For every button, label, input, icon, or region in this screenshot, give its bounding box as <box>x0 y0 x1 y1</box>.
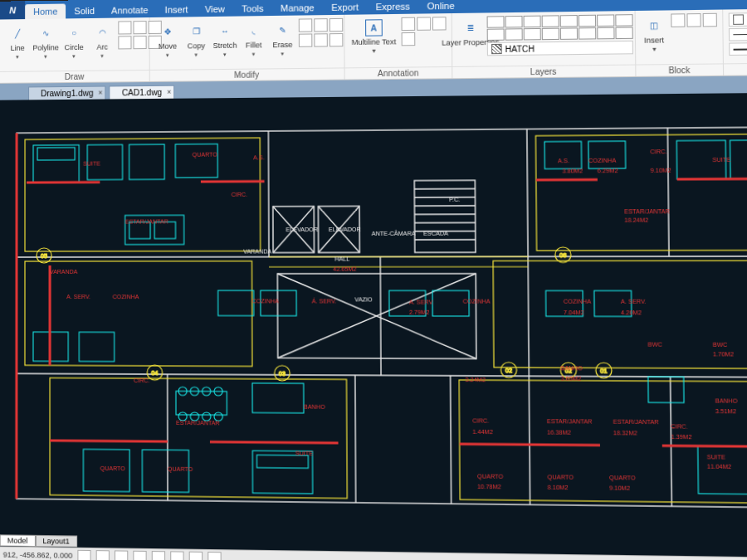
room-label: COZINHA <box>564 299 592 304</box>
menu-tab-export[interactable]: Export <box>323 0 367 15</box>
modify-fillet-button[interactable]: ◟Fillet▾ <box>241 19 266 60</box>
layer-cell[interactable] <box>560 15 578 27</box>
multiline-text-button[interactable]: A Multiline Text ▼ <box>349 17 398 56</box>
layer-cell[interactable] <box>579 27 596 40</box>
polar-toggle[interactable] <box>133 550 146 560</box>
block-attr-button[interactable] <box>702 13 716 27</box>
layer-cell[interactable] <box>597 14 614 27</box>
model-toggle[interactable] <box>208 552 221 560</box>
menu-tab-annotate[interactable]: Annotate <box>103 2 157 18</box>
layer-cell[interactable] <box>542 28 559 41</box>
layout-tab-model[interactable]: Model <box>0 534 35 547</box>
area-label: 3.65M2 <box>560 375 581 381</box>
layer-properties-button[interactable]: ≣ Layer Properties <box>457 17 484 49</box>
area-label: 11.04M2 <box>707 464 732 470</box>
snap-toggle[interactable] <box>77 549 90 560</box>
otrack-toggle[interactable] <box>170 551 183 560</box>
draw-mini-button[interactable] <box>118 21 131 34</box>
draw-line-button[interactable]: ╱Line▾ <box>5 22 30 62</box>
layer-cell[interactable] <box>486 16 504 28</box>
area-label: 2.79M2 <box>409 309 430 315</box>
modify-move-button[interactable]: ✥Move▾ <box>155 21 180 61</box>
hatch-dropdown[interactable]: HATCH <box>487 41 633 56</box>
room-label: ESTAR/JANTAR <box>613 419 659 426</box>
layer-cell[interactable] <box>505 16 522 28</box>
linetype-bylayer-dropdown[interactable]: ByLayer <box>729 27 747 41</box>
close-tab-icon[interactable]: × <box>98 89 102 97</box>
layer-cell[interactable] <box>579 15 596 27</box>
room-label: BANHO <box>715 397 739 403</box>
area-label: 3.24M2 <box>465 377 486 382</box>
layer-cell[interactable] <box>560 27 578 40</box>
menu-tab-view[interactable]: View <box>197 2 233 17</box>
draw-arc-button[interactable]: ◠Arc▾ <box>90 22 115 61</box>
menu-tab-solid[interactable]: Solid <box>66 3 103 19</box>
osnap-toggle[interactable] <box>152 551 165 560</box>
modify-mini-button[interactable] <box>314 33 328 46</box>
modify-mini-button[interactable] <box>299 33 312 46</box>
layer-cell[interactable] <box>524 28 541 41</box>
draw-mini-button[interactable] <box>133 36 146 49</box>
lwt-toggle[interactable] <box>189 551 203 560</box>
menu-tab-insert[interactable]: Insert <box>157 2 197 17</box>
layout-tab-layout1[interactable]: Layout1 <box>35 535 76 548</box>
common-area-label: ELEVADOR <box>286 226 318 232</box>
panel-annotation: A Multiline Text ▼ Annotation <box>344 13 452 80</box>
menu-tab-express[interactable]: Express <box>367 0 418 14</box>
drawing-canvas[interactable]: 05 02 02 01 04 03 06 <box>0 93 747 558</box>
menu-tab-home[interactable]: Home <box>25 4 66 20</box>
svg-rect-54 <box>175 144 217 178</box>
layer-cell[interactable] <box>487 28 505 41</box>
layer-cell[interactable] <box>615 14 632 27</box>
modify-copy-button[interactable]: ❐Copy▾ <box>183 20 209 60</box>
leader-button[interactable] <box>432 17 447 30</box>
modify-mini-button[interactable] <box>314 18 328 32</box>
dim-aligned-button[interactable] <box>417 17 431 30</box>
modify-mini-button[interactable] <box>330 18 344 32</box>
svg-line-3 <box>268 131 269 257</box>
document-tab[interactable]: CAD1.dwg× <box>110 85 175 100</box>
svg-rect-59 <box>79 332 114 361</box>
annotation-small-tools <box>401 17 446 46</box>
document-tab[interactable]: Drawing1.dwg× <box>28 86 106 100</box>
room-label: CIRC. <box>232 192 248 197</box>
block-create-button[interactable] <box>671 13 685 27</box>
panel-title-modify: Modify <box>150 67 344 81</box>
draw-polyline-button[interactable]: ∿Polyline▾ <box>33 22 58 62</box>
menu-tab-tools[interactable]: Tools <box>233 1 272 17</box>
layer-cell[interactable] <box>597 27 614 40</box>
block-edit-button[interactable] <box>686 13 701 27</box>
modify-stretch-button[interactable]: ↔Stretch▾ <box>212 20 238 61</box>
draw-mini-button[interactable] <box>133 21 146 34</box>
table-button[interactable] <box>401 32 415 46</box>
color-bylayer-dropdown[interactable]: ByLayer <box>729 12 747 27</box>
layer-cell[interactable] <box>615 27 632 39</box>
layer-cell[interactable] <box>523 16 540 28</box>
ortho-toggle[interactable] <box>115 550 128 560</box>
room-label: SUITE <box>295 450 314 456</box>
area-label: 18.32M2 <box>613 430 637 436</box>
svg-rect-70 <box>252 450 312 494</box>
dim-linear-button[interactable] <box>401 17 415 31</box>
modify-mini-button[interactable] <box>299 18 312 32</box>
modify-erase-button[interactable]: ✎Erase▾ <box>270 19 295 60</box>
room-label: BWC <box>713 342 728 348</box>
draw-mini-button[interactable] <box>118 36 131 49</box>
room-label: Á. SERV. <box>312 297 337 304</box>
line-icon <box>733 34 747 35</box>
grid-toggle[interactable] <box>96 550 110 560</box>
layer-cell[interactable] <box>505 28 523 41</box>
close-tab-icon[interactable]: × <box>167 88 171 96</box>
draw-circle-button[interactable]: ○Circle▾ <box>61 22 86 61</box>
room-label: A. SERV. <box>66 294 90 299</box>
modify-mini-button[interactable] <box>330 33 344 46</box>
area-label: 3.51M2 <box>715 408 736 414</box>
menu-tab-manage[interactable]: Manage <box>272 0 323 16</box>
insert-icon: ◫ <box>644 16 664 35</box>
dropdown-icon: ▾ <box>100 53 104 60</box>
layer-cell[interactable] <box>541 15 559 27</box>
lineweight-bylayer-dropdown[interactable]: ByLayer <box>729 41 747 56</box>
menu-tab-online[interactable]: Online <box>418 0 463 14</box>
dropdown-icon: ▼ <box>652 46 657 52</box>
insert-block-button[interactable]: ◫ Insert ▼ <box>641 14 667 55</box>
